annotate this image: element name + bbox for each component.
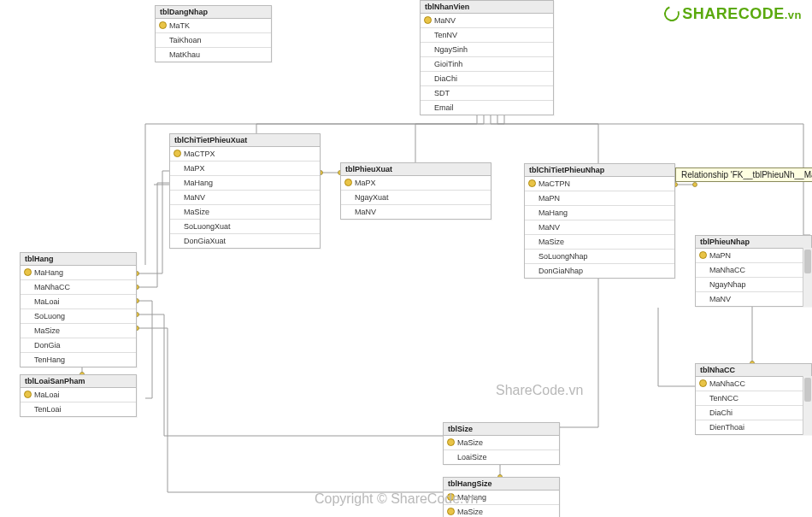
sharecode-logo: SHARECODE.vn: [664, 5, 802, 23]
table-header[interactable]: tblDangNhap: [156, 6, 271, 19]
svg-point-10: [693, 183, 697, 187]
table-header[interactable]: tblSize: [444, 423, 559, 436]
table-tblSize[interactable]: tblSizeMaSizeLoaiSize: [443, 422, 560, 465]
table-header[interactable]: tblNhanVien: [421, 1, 553, 14]
table-tblHangSize[interactable]: tblHangSizeMaHangMaSize: [443, 477, 560, 517]
table-column[interactable]: MaPN: [525, 191, 674, 205]
table-column[interactable]: MaNhaCC: [696, 262, 811, 277]
table-column[interactable]: NgaySinh: [421, 42, 553, 56]
scrollbar-thumb[interactable]: [804, 250, 811, 273]
table-column[interactable]: SoLuongNhap: [525, 249, 674, 263]
table-header[interactable]: tblPhieuXuat: [341, 163, 491, 176]
table-header[interactable]: tblHangSize: [444, 478, 559, 491]
table-column[interactable]: DonGiaXuat: [170, 233, 320, 248]
scrollbar[interactable]: [803, 376, 812, 435]
table-column[interactable]: MaHang: [444, 491, 559, 504]
table-column[interactable]: TenLoai: [21, 402, 136, 416]
table-column[interactable]: DiaChi: [421, 71, 553, 85]
table-tblChiTietPhieuNhap[interactable]: tblChiTietPhieuNhapMaCTPNMaPNMaHangMaNVM…: [524, 163, 675, 279]
table-column[interactable]: NgayNhap: [696, 277, 811, 291]
table-tblChiTietPhieuXuat[interactable]: tblChiTietPhieuXuatMaCTPXMaPXMaHangMaNVM…: [169, 133, 321, 249]
table-column[interactable]: TenNCC: [696, 391, 811, 405]
table-tblPhieuNhap[interactable]: tblPhieuNhapMaPNMaNhaCCNgayNhapMaNV: [695, 235, 812, 307]
table-column[interactable]: MaNhaCC: [21, 279, 136, 294]
table-column[interactable]: MaLoai: [21, 294, 136, 308]
table-column[interactable]: MaHang: [21, 266, 136, 279]
table-column[interactable]: DonGia: [21, 338, 136, 352]
table-header[interactable]: tblChiTietPhieuXuat: [170, 134, 320, 147]
table-column[interactable]: SDT: [421, 85, 553, 100]
table-column[interactable]: MaNV: [696, 291, 811, 306]
table-column[interactable]: MaHang: [170, 175, 320, 190]
diagram-canvas[interactable]: tblDangNhapMaTKTaiKhoanMatKhautblNhanVie…: [0, 0, 812, 517]
table-tblLoaiSanPham[interactable]: tblLoaiSanPhamMaLoaiTenLoai: [20, 374, 137, 417]
table-column[interactable]: MatKhau: [156, 47, 271, 62]
table-header[interactable]: tblHang: [21, 253, 136, 266]
table-column[interactable]: MaPX: [170, 161, 320, 175]
table-column[interactable]: NgayXuat: [341, 190, 491, 204]
table-tblNhaCC[interactable]: tblNhaCCMaNhaCCTenNCCDiaChiDienThoai: [695, 363, 812, 435]
table-header[interactable]: tblLoaiSanPham: [21, 375, 136, 388]
table-column[interactable]: MaCTPX: [170, 147, 320, 161]
table-column[interactable]: MaSize: [525, 234, 674, 249]
table-column[interactable]: MaSize: [170, 204, 320, 219]
table-column[interactable]: MaTK: [156, 19, 271, 32]
table-column[interactable]: MaCTPN: [525, 177, 674, 191]
table-column[interactable]: TenHang: [21, 352, 136, 367]
scrollbar[interactable]: [803, 248, 812, 307]
table-column[interactable]: DiaChi: [696, 405, 811, 420]
table-column[interactable]: MaSize: [21, 323, 136, 338]
scrollbar-thumb[interactable]: [804, 378, 811, 402]
table-column[interactable]: LoaiSize: [444, 449, 559, 464]
table-column[interactable]: MaNV: [341, 204, 491, 219]
table-column[interactable]: TaiKhoan: [156, 32, 271, 47]
table-column[interactable]: MaNV: [421, 14, 553, 27]
table-header[interactable]: tblPhieuNhap: [696, 236, 811, 249]
table-column[interactable]: MaLoai: [21, 388, 136, 402]
table-column[interactable]: MaHang: [525, 205, 674, 220]
relationship-tooltip: Relationship 'FK__tblPhieuNh__Ma: [675, 167, 812, 182]
table-header[interactable]: tblChiTietPhieuNhap: [525, 164, 674, 177]
table-tblHang[interactable]: tblHangMaHangMaNhaCCMaLoaiSoLuongMaSizeD…: [20, 252, 137, 367]
table-tblDangNhap[interactable]: tblDangNhapMaTKTaiKhoanMatKhau: [155, 5, 272, 62]
table-column[interactable]: SoLuongXuat: [170, 219, 320, 233]
table-column[interactable]: DonGiaNhap: [525, 263, 674, 278]
table-column[interactable]: MaNV: [525, 220, 674, 234]
table-tblNhanVien[interactable]: tblNhanVienMaNVTenNVNgaySinhGioiTinhDiaC…: [420, 0, 554, 115]
table-column[interactable]: MaNhaCC: [696, 377, 811, 391]
table-column[interactable]: DienThoai: [696, 420, 811, 434]
watermark-center: ShareCode.vn: [496, 383, 583, 398]
table-column[interactable]: Email: [421, 100, 553, 115]
table-column[interactable]: MaPX: [341, 176, 491, 190]
table-column[interactable]: TenNV: [421, 27, 553, 42]
recycle-icon: [664, 6, 680, 21]
table-header[interactable]: tblNhaCC: [696, 364, 811, 377]
table-column[interactable]: SoLuong: [21, 308, 136, 323]
table-column[interactable]: MaPN: [696, 249, 811, 262]
table-column[interactable]: GioiTinh: [421, 56, 553, 71]
table-column[interactable]: MaNV: [170, 190, 320, 204]
table-column[interactable]: MaSize: [444, 504, 559, 517]
table-tblPhieuXuat[interactable]: tblPhieuXuatMaPXNgayXuatMaNV: [340, 162, 491, 220]
table-column[interactable]: MaSize: [444, 436, 559, 449]
